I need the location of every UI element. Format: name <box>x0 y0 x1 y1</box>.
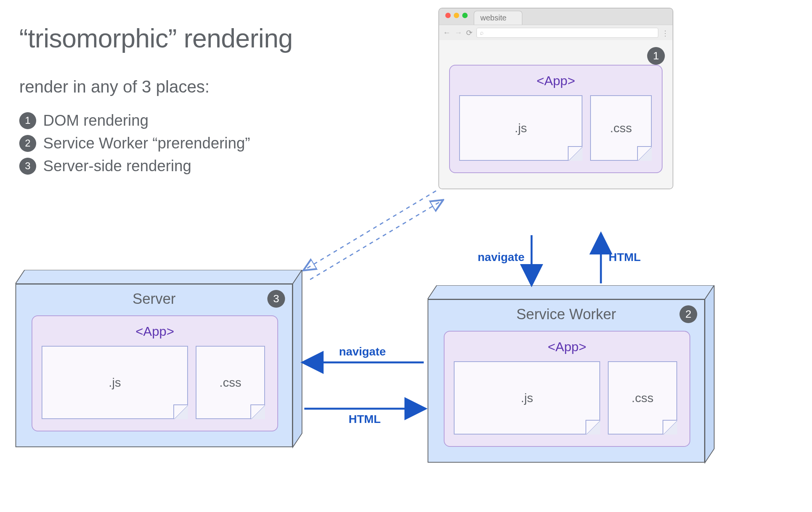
svg-marker-1 <box>293 270 302 447</box>
service-worker-box: Service Worker 2 <App> .js .css <box>428 285 705 463</box>
arrow-label-html-up: HTML <box>609 251 641 264</box>
list-item: 1 DOM rendering <box>19 112 250 129</box>
app-title: <App> <box>454 339 680 354</box>
app-title: <App> <box>42 324 268 339</box>
svg-line-4 <box>304 191 436 270</box>
file-css: .css <box>196 346 265 419</box>
server-label: Server <box>16 291 292 307</box>
back-icon: ← <box>443 28 451 37</box>
file-css: .css <box>608 361 677 435</box>
arrow-label-html-right: HTML <box>349 413 381 426</box>
list-item-label: Server-side rendering <box>43 157 191 175</box>
list-item: 3 Server-side rendering <box>19 157 250 175</box>
location-badge-server: 3 <box>267 290 285 308</box>
search-icon: ⌕ <box>480 29 484 36</box>
close-icon <box>445 13 451 18</box>
list-bullet: 3 <box>19 158 36 175</box>
server-box: Server 3 <App> .js .css <box>15 270 293 447</box>
app-panel: <App> .js .css <box>32 315 278 431</box>
service-worker-label: Service Worker <box>428 306 704 323</box>
file-js: .js <box>454 361 600 435</box>
diagram-canvas: { "title": "\u201Ctrisomorphic\u201D ren… <box>0 0 812 512</box>
page-subtitle: render in any of 3 places: <box>19 77 210 96</box>
minimize-icon <box>454 13 459 18</box>
traffic-lights <box>444 13 470 20</box>
url-bar: ⌕ <box>476 28 658 38</box>
forward-icon: → <box>455 28 462 37</box>
app-panel: <App> .js .css <box>449 65 663 173</box>
svg-line-5 <box>310 200 442 280</box>
browser-window: website ← → ⟳ ⌕ ⋯ 1 <App> .js <box>438 8 673 189</box>
list-bullet: 2 <box>19 135 36 152</box>
page-title: “trisomorphic” rendering <box>19 23 293 53</box>
location-badge-sw: 2 <box>679 305 697 323</box>
location-badge-browser: 1 <box>647 47 665 65</box>
maximize-icon <box>462 13 468 18</box>
svg-marker-0 <box>15 270 302 284</box>
browser-viewport: 1 <App> .js .css <box>439 40 673 189</box>
browser-tab: website <box>474 11 522 25</box>
app-title: <App> <box>459 73 653 88</box>
list-item-label: DOM rendering <box>43 112 148 129</box>
browser-tabbar: website <box>439 8 673 25</box>
render-places-list: 1 DOM rendering 2 Service Worker “preren… <box>19 112 250 180</box>
list-item: 2 Service Worker “prerendering” <box>19 135 250 152</box>
reload-icon: ⟳ <box>466 28 473 37</box>
svg-marker-2 <box>428 285 714 299</box>
list-bullet: 1 <box>19 112 36 129</box>
arrow-label-navigate-left: navigate <box>339 345 386 358</box>
svg-marker-3 <box>705 285 714 463</box>
list-item-label: Service Worker “prerendering” <box>43 135 250 152</box>
file-js: .js <box>42 346 188 419</box>
browser-toolbar: ← → ⟳ ⌕ ⋯ <box>439 25 673 40</box>
app-panel: <App> .js .css <box>444 331 690 447</box>
menu-icon: ⋯ <box>661 29 670 36</box>
file-css: .css <box>590 95 652 161</box>
arrow-label-navigate-down: navigate <box>478 251 525 264</box>
file-js: .js <box>459 95 582 161</box>
